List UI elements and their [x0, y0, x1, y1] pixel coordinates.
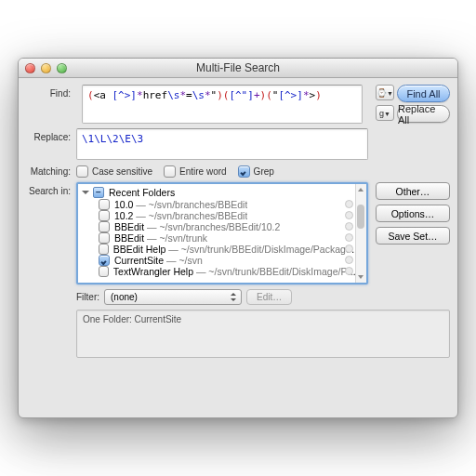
tree-item[interactable]: 10.0 — ~/svn/branches/BBEdit — [95, 199, 366, 210]
replace-label: Replace: — [26, 128, 76, 160]
replace-input[interactable]: \1\L\2\E\3 — [76, 128, 368, 160]
tree-item-label: BBEdit — ~/svn/branches/BBEdit/10.2 — [114, 221, 280, 232]
tree-item[interactable]: BBEdit — ~/svn/trunk — [95, 232, 366, 244]
reveal-icon[interactable] — [345, 256, 353, 264]
tree-item-label: 10.0 — ~/svn/branches/BBEdit — [114, 199, 247, 210]
tree-item-checkbox[interactable] — [99, 232, 110, 244]
reveal-icon[interactable] — [345, 245, 353, 253]
case-sensitive-checkbox[interactable]: Case sensitive — [76, 165, 152, 178]
titlebar[interactable]: Multi-File Search — [19, 59, 457, 78]
tree-item-checkbox[interactable] — [99, 199, 110, 210]
tree-item-label: TextWrangler Help — ~/svn/trunk/BBEdit/D… — [113, 266, 363, 277]
reveal-icon[interactable] — [345, 211, 353, 219]
tree-item-checkbox[interactable] — [99, 266, 109, 277]
history-menu-button[interactable]: ⌚ ▼ — [376, 85, 394, 100]
filter-value: (none) — [111, 292, 138, 302]
filter-label: Filter: — [76, 292, 99, 302]
tree-item-label: BBEdit — ~/svn/trunk — [114, 232, 207, 244]
tree-item-checkbox[interactable] — [99, 221, 110, 232]
chevron-down-icon: ▼ — [387, 90, 393, 97]
mixed-state-checkbox[interactable]: − — [93, 187, 104, 198]
summary-text: One Folder: CurrentSite — [83, 314, 181, 324]
options-button[interactable]: Options… — [376, 205, 450, 222]
edit-filter-button: Edit… — [246, 289, 292, 305]
minimize-icon[interactable] — [41, 63, 51, 73]
reveal-icon[interactable] — [345, 222, 353, 231]
tree-item-label: CurrentSite — ~/svn — [114, 255, 203, 266]
find-input[interactable]: (<a [^>]*href\s*=\s*")([^"]+)("[^>]*>) — [82, 85, 363, 124]
find-all-button[interactable]: Find All — [397, 85, 450, 102]
window-title: Multi-File Search — [196, 61, 280, 74]
tree-item[interactable]: BBEdit — ~/svn/branches/BBEdit/10.2 — [95, 221, 366, 232]
grep-checkbox[interactable]: Grep — [238, 165, 274, 178]
chevron-down-icon: ▼ — [384, 111, 390, 117]
clock-icon: ⌚ — [377, 88, 387, 98]
tree-item-label: BBEdit Help — ~/svn/trunk/BBEdit/DiskIma… — [113, 244, 363, 255]
tree-item[interactable]: 10.2 — ~/svn/branches/BBEdit — [95, 210, 366, 221]
find-label: Find: — [26, 85, 76, 99]
search-in-tree[interactable]: − Recent Folders 10.0 — ~/svn/branches/B… — [76, 182, 368, 284]
entire-word-checkbox[interactable]: Entire word — [164, 165, 227, 178]
search-in-label: Search in: — [26, 182, 76, 284]
save-set-button[interactable]: Save Set… — [376, 227, 450, 245]
grep-menu-button[interactable]: g ▼ — [376, 105, 394, 121]
other-button[interactable]: Other… — [376, 182, 450, 200]
tree-item[interactable]: BBEdit Help — ~/svn/trunk/BBEdit/DiskIma… — [95, 244, 366, 255]
scrollbar[interactable] — [355, 184, 366, 283]
multi-file-search-window: Multi-File Search Find: (<a [^>]*href\s*… — [18, 58, 458, 418]
scroll-down-icon[interactable] — [355, 271, 366, 283]
reveal-icon[interactable] — [345, 267, 353, 275]
tree-item-checkbox[interactable] — [99, 244, 109, 255]
tree-item-checkbox[interactable] — [99, 255, 110, 266]
search-summary: One Folder: CurrentSite — [76, 310, 450, 358]
tree-item[interactable]: CurrentSite — ~/svn — [95, 255, 366, 266]
tree-item[interactable]: TextWrangler Help — ~/svn/trunk/BBEdit/D… — [95, 266, 366, 277]
reveal-icon[interactable] — [345, 200, 353, 208]
tree-item-checkbox[interactable] — [99, 210, 110, 221]
close-icon[interactable] — [25, 63, 35, 73]
tree-item-label: 10.2 — ~/svn/branches/BBEdit — [114, 210, 247, 221]
scroll-up-icon[interactable] — [355, 184, 366, 195]
window-controls — [25, 63, 67, 73]
replace-all-button[interactable]: Replace All — [397, 105, 450, 123]
tree-header-row[interactable]: − Recent Folders — [78, 186, 366, 199]
tree-header-label: Recent Folders — [109, 187, 175, 198]
zoom-icon[interactable] — [57, 63, 67, 73]
scroll-thumb[interactable] — [357, 205, 364, 229]
disclosure-triangle-icon[interactable] — [82, 191, 89, 194]
matching-label: Matching: — [26, 166, 76, 177]
filter-popup[interactable]: (none) — [104, 289, 242, 305]
reveal-icon[interactable] — [345, 233, 353, 242]
